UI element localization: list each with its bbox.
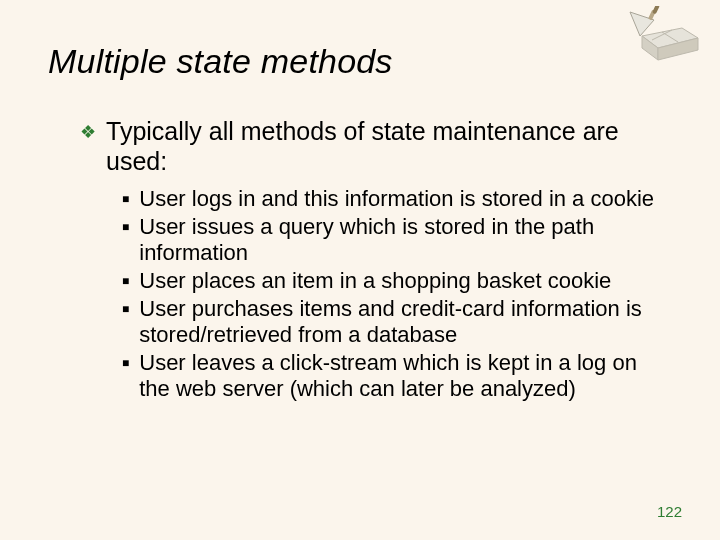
list-item: ■ User purchases items and credit-card i… <box>122 296 656 348</box>
slide: Multiple state methods ❖ Typically all m… <box>0 0 720 540</box>
sub-bullet-text: User places an item in a shopping basket… <box>139 268 611 294</box>
diamond-bullet-icon: ❖ <box>80 118 96 146</box>
square-bullet-icon: ■ <box>122 214 129 240</box>
sub-bullet-text: User leaves a click-stream which is kept… <box>139 350 656 402</box>
main-bullet: ❖ Typically all methods of state mainten… <box>80 116 660 176</box>
sub-bullet-text: User purchases items and credit-card inf… <box>139 296 656 348</box>
main-bullet-text: Typically all methods of state maintenan… <box>106 116 660 176</box>
list-item: ■ User places an item in a shopping bask… <box>122 268 656 294</box>
slide-title: Multiple state methods <box>48 42 393 81</box>
square-bullet-icon: ■ <box>122 268 129 294</box>
square-bullet-icon: ■ <box>122 296 129 322</box>
decorative-brick-trowel-icon <box>624 6 702 62</box>
list-item: ■ User issues a query which is stored in… <box>122 214 656 266</box>
slide-body: ❖ Typically all methods of state mainten… <box>80 116 660 404</box>
sub-bullet-text: User logs in and this information is sto… <box>139 186 654 212</box>
sub-bullet-text: User issues a query which is stored in t… <box>139 214 656 266</box>
square-bullet-icon: ■ <box>122 350 129 376</box>
square-bullet-icon: ■ <box>122 186 129 212</box>
sub-bullet-list: ■ User logs in and this information is s… <box>122 186 656 402</box>
page-number: 122 <box>657 503 682 520</box>
list-item: ■ User leaves a click-stream which is ke… <box>122 350 656 402</box>
list-item: ■ User logs in and this information is s… <box>122 186 656 212</box>
